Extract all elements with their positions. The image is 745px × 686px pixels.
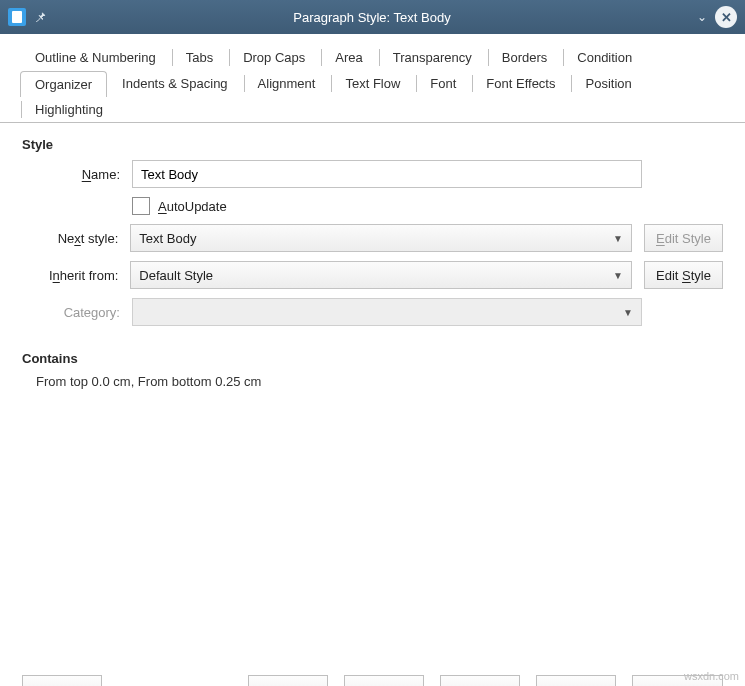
tab-bar-bottom: Organizer Indents & Spacing Alignment Te… [0,70,745,123]
next-style-select[interactable]: Text Body ▼ [130,224,632,252]
label-inherit-from: Inherit from: [22,268,130,283]
tab-content-organizer: Style Name: AutoUpdate Next style: Text … [0,123,745,663]
row-category: Category: ▼ [22,298,723,326]
autoupdate-wrap: AutoUpdate [132,197,227,215]
ok-button[interactable]: OK [248,675,328,686]
tab-organizer[interactable]: Organizer [20,71,107,97]
label-autoupdate: AutoUpdate [158,199,227,214]
chevron-down-icon: ▼ [613,233,623,244]
tab-font-effects[interactable]: Font Effects [471,70,570,96]
label-category: Category: [22,305,132,320]
apply-button[interactable]: Apply [344,675,424,686]
tab-indents-spacing[interactable]: Indents & Spacing [107,70,243,96]
contains-text: From top 0.0 cm, From bottom 0.25 cm [36,374,723,389]
tab-text-flow[interactable]: Text Flow [330,70,415,96]
tab-row-2: Organizer Indents & Spacing Alignment Te… [20,70,725,122]
section-style-title: Style [22,137,723,152]
name-input[interactable] [132,160,642,188]
titlebar-left: 📌︎ [8,8,47,26]
tab-area[interactable]: Area [320,44,377,70]
row-next-style: Next style: Text Body ▼ Edit Style [22,224,723,252]
chevron-down-icon: ▼ [623,307,633,318]
titlebar-right: ⌄ ✕ [697,6,737,28]
standard-button[interactable]: Standard [632,675,723,686]
tab-borders[interactable]: Borders [487,44,563,70]
tab-font[interactable]: Font [415,70,471,96]
help-button[interactable]: Help [22,675,102,686]
tab-transparency[interactable]: Transparency [378,44,487,70]
dialog-footer: Help OK Apply Cancel Reset Standard [0,663,745,686]
window-title: Paragraph Style: Text Body [47,10,697,25]
close-button[interactable]: ✕ [715,6,737,28]
cancel-button[interactable]: Cancel [440,675,520,686]
tab-alignment[interactable]: Alignment [243,70,331,96]
pin-icon[interactable]: 📌︎ [34,10,47,25]
tab-highlighting[interactable]: Highlighting [20,96,118,122]
tab-outline-numbering[interactable]: Outline & Numbering [20,44,171,70]
category-select: ▼ [132,298,642,326]
reset-button[interactable]: Reset [536,675,616,686]
tab-condition[interactable]: Condition [562,44,647,70]
row-autoupdate: AutoUpdate [22,197,723,215]
title-bar: 📌︎ Paragraph Style: Text Body ⌄ ✕ [0,0,745,34]
chevron-down-icon: ▼ [613,270,623,281]
tab-drop-caps[interactable]: Drop Caps [228,44,320,70]
tab-tabs[interactable]: Tabs [171,44,228,70]
tab-row-1: Outline & Numbering Tabs Drop Caps Area … [20,44,725,70]
tab-bar-top: Outline & Numbering Tabs Drop Caps Area … [0,34,745,70]
edit-style-button-1: Edit Style [644,224,723,252]
inherit-from-value: Default Style [139,268,213,283]
app-icon [8,8,26,26]
section-contains-title: Contains [22,351,723,366]
next-style-value: Text Body [139,231,196,246]
footer-right-buttons: OK Apply Cancel Reset Standard [248,675,723,686]
label-next-style: Next style: [22,231,130,246]
tab-position[interactable]: Position [570,70,646,96]
inherit-from-select[interactable]: Default Style ▼ [130,261,632,289]
row-inherit-from: Inherit from: Default Style ▼ Edit Style [22,261,723,289]
label-name: Name: [22,167,132,182]
edit-style-button-2[interactable]: Edit Style [644,261,723,289]
chevron-down-icon[interactable]: ⌄ [697,10,707,24]
row-name: Name: [22,160,723,188]
autoupdate-checkbox[interactable] [132,197,150,215]
